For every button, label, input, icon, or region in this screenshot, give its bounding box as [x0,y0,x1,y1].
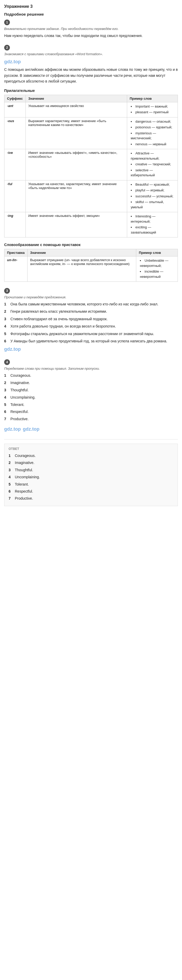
answer-item: 4Uncomplaining. [9,474,173,480]
sentence-item: 5Фотографы старались держаться на уважит… [4,331,178,337]
list-item: playful — игривый; [131,188,175,193]
sentence-item: 3Стивен поблагодарил её за очень продума… [4,316,178,322]
prefix-row-0-prefix: un-/in- [5,256,28,282]
answer-text: Respectful. [15,488,33,494]
task-item: 6Respectful. [4,409,178,415]
task-text: Respectful. [10,409,28,415]
task-item: 1Courageous. [4,372,178,379]
adj-row-1-examples: dangerous — опасный;poisonous — ядовитый… [127,117,177,149]
list-item: nervous — нервный [131,142,175,147]
prefix-row-0-meaning: Выражает отрицание (un- чаще всего добав… [27,256,136,282]
prefixes-title: Словообразование с помощью приставок [4,243,178,247]
sentence-text: Стивен поблагодарил её за очень продуман… [10,316,108,322]
task-text: Courageous. [10,372,31,379]
step-3-description: Прочитаем и переведём предложения. [4,295,178,299]
sentence-number: 5 [4,331,8,337]
answer-number: 5 [9,481,13,487]
sentence-text: Фотографы старались держаться на уважите… [10,331,154,337]
answer-section: Ответ 1Courageous.2Imaginative.3Thoughtf… [4,444,178,506]
task-text: Imaginative. [10,380,30,386]
watermark-3: gdz.top [4,345,178,353]
step-1-badge: 1 [4,19,10,25]
page-title: Упражнение 3 [4,4,178,9]
step-4: 4 Переделаем слова при помощи правил. За… [4,359,178,433]
sentence-text: У Аманды был удивительно продуктивный го… [10,338,167,344]
adj-row-0-examples: Important — важный;pleasant — приятный [127,102,177,117]
sentence-item: 4Хотя работа довольно трудная, он всегда… [4,323,178,329]
adj-row-4-meaning: Имеет значение «вызывать эффект, эмоции» [25,212,127,237]
step-2: 2 Знакомимся с правилами словообразовани… [4,45,178,282]
adj-row-2-suffix: -ive [5,149,26,180]
col-header-examples: Пример слов [127,95,177,102]
task-text: Thoughtful. [10,387,28,393]
task-number: 1 [4,372,8,379]
sentence-item: 6У Аманды был удивительно продуктивный г… [4,338,178,344]
adj-row-3-examples: Beautiful — красивый;playful — игривый;s… [127,180,177,212]
task-list: 1Courageous.2Imaginative.3Thoughtful.4Un… [4,372,178,422]
step-3: 3 Прочитаем и переведём предложения. 1Он… [4,288,178,353]
adjectives-title: Прилагательные [4,89,178,93]
list-item: pleasant — приятный [131,110,175,115]
sentence-number: 6 [4,338,8,344]
sentence-number: 2 [4,309,8,314]
answer-text: Courageous. [15,453,36,458]
watermark-4: gdz.top gdz.top [4,425,178,433]
sentence-text: Она была самым мужественным человеком, к… [10,301,158,307]
task-item: 7Productive. [4,416,178,422]
list-item: creative — творческий; [131,162,175,167]
task-number: 6 [4,409,8,415]
task-number: 2 [4,380,8,386]
answer-number: 2 [9,460,13,466]
step-3-badge: 3 [4,288,10,294]
list-item: Unbelievable — невероятный; [140,258,175,268]
answer-item: 5Tolerant. [9,481,173,487]
sentence-item: 2Генри развлекал весь класс увлекательны… [4,309,178,314]
sentences-list: 1Она была самым мужественным человеком, … [4,301,178,344]
sentence-text: Генри развлекал весь класс увлекательным… [10,309,107,314]
list-item: Beautiful — красивый; [131,182,175,187]
list-item: Important — важный; [131,104,175,109]
answer-number: 3 [9,467,13,473]
sentence-number: 4 [4,323,8,329]
sentence-item: 1Она была самым мужественным человеком, … [4,301,178,307]
answer-text: Imaginative. [15,460,34,466]
list-item: poisonous — ядовитый; [131,125,175,130]
prefix-col-header-examples: Пример слов [136,249,178,256]
adjectives-table: Суффикс Значение Пример слов -antУказыва… [4,95,178,238]
list-item: skilful — опытный, умелый [131,199,175,210]
sentence-text: Хотя работа довольно трудная, он всегда … [10,323,116,329]
prefix-row-0-examples: Unbelievable — невероятный;incredible — … [136,256,178,282]
answer-item: 7Productive. [9,495,173,501]
answer-label: Ответ [9,447,173,451]
task-item: 4Uncomplaining. [4,395,178,401]
task-number: 7 [4,416,8,422]
answer-text: Thoughtful. [15,467,33,473]
task-item: 5Tolerant. [4,402,178,408]
adj-row-3-suffix: -ful [5,180,26,212]
task-number: 5 [4,402,8,408]
list-item: dangerous — опасный; [131,119,175,124]
list-item: exciting — захватывающий [131,225,175,235]
col-header-suffix: Суффикс [5,95,26,102]
task-number: 4 [4,395,8,401]
task-text: Productive. [10,416,28,422]
step-1-text: Нам нужно переделать слова так, чтобы он… [4,33,178,38]
adj-row-1-suffix: -ous [5,117,26,149]
step-2-text: С помощью английских аффиксов мы можем о… [4,67,178,84]
list-item: Attractive — привлекательный; [131,151,175,161]
list-item: Interesting — интересный; [131,214,175,224]
prefix-col-header-prefix: Приставка [5,249,28,256]
step-2-description: Знакомимся с правилами словообразования … [4,52,178,56]
step-1-description: Внимательно прочитаем задание. При необх… [4,27,178,31]
answer-number: 6 [9,488,13,494]
answer-number: 7 [9,495,13,501]
answer-text: Uncomplaining. [15,474,40,480]
answer-item: 2Imaginative. [9,460,173,466]
answer-text: Tolerant. [15,481,29,487]
adj-row-3-meaning: Указывает на качество, характеристику, и… [25,180,127,212]
sentence-number: 3 [4,316,8,322]
step-2-badge: 2 [4,45,10,51]
task-text: Uncomplaining. [10,395,36,401]
step-1: 1 Внимательно прочитаем задание. При нео… [4,19,178,38]
adj-row-0-meaning: Указывает на имеющееся свойство [25,102,127,117]
